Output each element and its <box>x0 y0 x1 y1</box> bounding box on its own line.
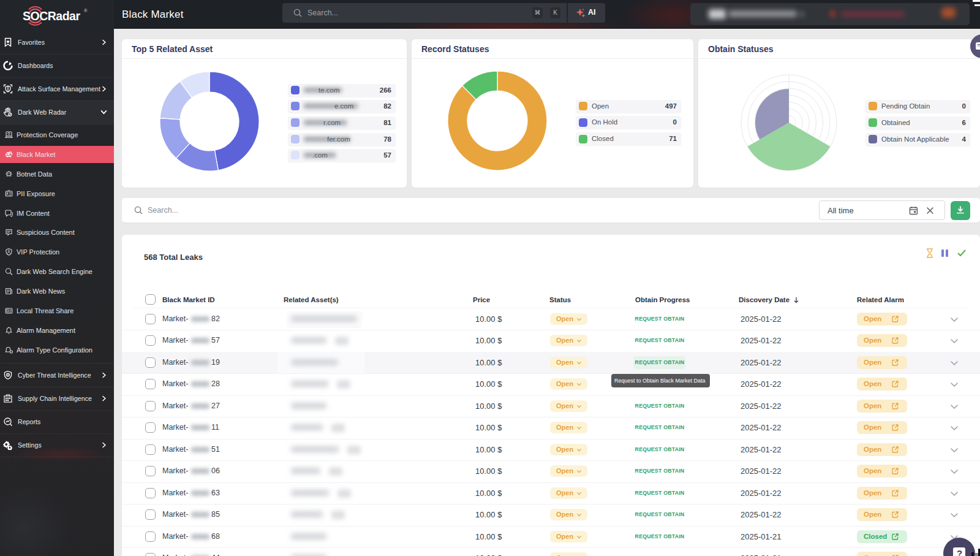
svg-text:SOCRadar: SOCRadar <box>23 9 80 23</box>
svg-text:®: ® <box>84 8 88 13</box>
svg-text:?: ? <box>957 548 962 556</box>
